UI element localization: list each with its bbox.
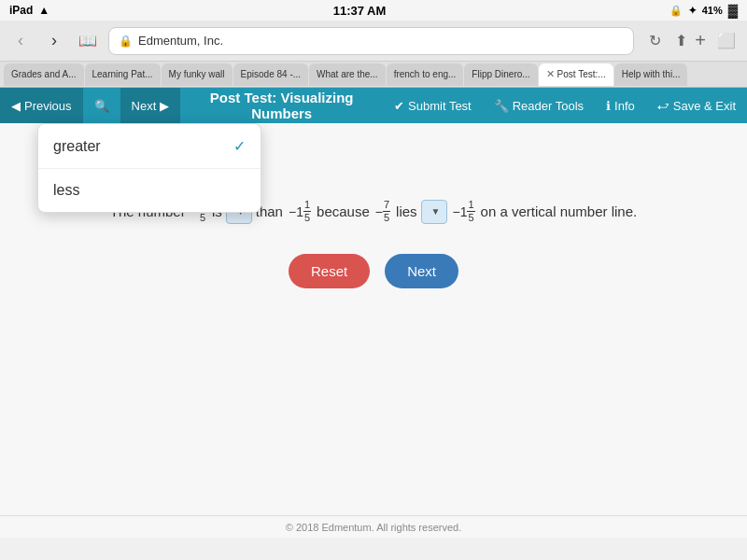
dropdown-item-less[interactable]: less: [38, 169, 261, 212]
submit-icon: ✔: [394, 99, 404, 113]
next-button-main[interactable]: Next: [385, 254, 458, 288]
number-3: −75: [375, 199, 390, 225]
reader-tools-label: Reader Tools: [513, 99, 584, 113]
device-label: iPad: [9, 4, 33, 17]
search-button[interactable]: 🔍: [83, 88, 120, 123]
less-option-label: less: [53, 182, 79, 199]
number-2: −115: [289, 199, 311, 225]
next-icon: ▶: [160, 99, 169, 113]
dropdown-2-arrow: ▼: [431, 203, 441, 221]
browser-toolbar: ‹ › 📖 🔒 Edmentum, Inc. ↻ ⬆ + ⬜: [0, 21, 747, 62]
info-button[interactable]: ℹ Info: [595, 88, 646, 123]
address-bar[interactable]: 🔒 Edmentum, Inc.: [108, 27, 634, 55]
next-button-toolbar[interactable]: Next ▶: [120, 88, 181, 123]
status-left: iPad ▲: [9, 4, 49, 17]
part5-text: lies: [396, 198, 417, 226]
tab-episode[interactable]: Episode 84 -...: [233, 63, 308, 86]
previous-label: Previous: [24, 99, 72, 113]
dropdown-2[interactable]: ▼: [421, 200, 447, 224]
submit-test-button[interactable]: ✔ Submit Test: [383, 88, 483, 123]
share-button[interactable]: ⬆: [675, 32, 687, 49]
bookmark-button[interactable]: 📖: [75, 28, 101, 54]
part4-text: because: [317, 198, 370, 226]
action-buttons: Reset Next: [289, 254, 458, 288]
reload-button[interactable]: ↻: [641, 28, 668, 54]
footer-text: © 2018 Edmentum. All rights reserved.: [286, 522, 461, 533]
tab-what-are[interactable]: What are the...: [309, 63, 386, 86]
search-icon: 🔍: [94, 99, 109, 113]
tab-post-test[interactable]: ✕ Post Test:...: [539, 63, 613, 86]
app-toolbar: ◀ Previous 🔍 Next ▶ Post Test: Visualizi…: [0, 88, 747, 123]
check-icon: ✓: [233, 137, 246, 155]
greater-option-label: greater: [53, 138, 101, 155]
tab-funky-wall[interactable]: My funky wall: [162, 63, 233, 86]
wrench-icon: 🔧: [494, 99, 509, 113]
next-label-toolbar: Next: [132, 99, 157, 113]
part6-text: on a vertical number line.: [481, 198, 638, 226]
battery-icon: ▓: [728, 3, 738, 18]
neg-sign-4: −1: [453, 199, 468, 225]
address-text: Edmentum, Inc.: [138, 34, 223, 48]
reset-button[interactable]: Reset: [289, 254, 370, 288]
info-label: Info: [614, 99, 635, 113]
save-exit-button[interactable]: ⮐ Save & Exit: [646, 88, 747, 123]
main-content: greater ✓ less 9 The number −75 is ▼ tha…: [0, 123, 747, 538]
time-display: 11:37 AM: [333, 4, 387, 18]
forward-button[interactable]: ›: [41, 28, 67, 54]
lock-icon: 🔒: [119, 35, 133, 48]
previous-button[interactable]: ◀ Previous: [0, 88, 83, 123]
reader-tools-button[interactable]: 🔧 Reader Tools: [483, 88, 595, 123]
tab-learning[interactable]: Learning Pat...: [85, 63, 161, 86]
lock-icon: 🔒: [669, 5, 683, 17]
tab-help[interactable]: Help with thi...: [614, 63, 688, 86]
dropdown-menu: greater ✓ less: [37, 123, 261, 213]
submit-label: Submit Test: [408, 99, 472, 113]
status-bar: iPad ▲ 11:37 AM 🔒 ✦ 41% ▓: [0, 0, 747, 21]
tab-flipp[interactable]: Flipp Dinero...: [464, 63, 537, 86]
save-icon: ⮐: [657, 99, 669, 113]
back-button[interactable]: ‹: [7, 28, 34, 54]
battery-level: 41%: [702, 5, 723, 16]
browser-tabs: Grades and A... Learning Pat... My funky…: [0, 62, 747, 88]
tabs-button[interactable]: ⬜: [713, 28, 740, 54]
status-right: 🔒 ✦ 41% ▓: [669, 3, 738, 18]
neg-sign-2: −1: [289, 199, 303, 225]
save-exit-label: Save & Exit: [673, 99, 736, 113]
wifi-icon: ▲: [38, 4, 49, 17]
prev-icon: ◀: [11, 99, 21, 113]
bluetooth-icon: ✦: [688, 5, 697, 17]
new-tab-button[interactable]: +: [695, 30, 706, 51]
number-4: −115: [453, 199, 475, 225]
footer: © 2018 Edmentum. All rights reserved.: [0, 515, 747, 538]
tab-french[interactable]: french to eng...: [387, 63, 464, 86]
info-icon: ℹ: [606, 99, 611, 113]
dropdown-item-greater[interactable]: greater ✓: [38, 124, 261, 169]
page-title: Post Test: Visualizing Numbers: [180, 90, 383, 121]
tab-close-icon[interactable]: ✕: [546, 68, 555, 80]
tab-grades[interactable]: Grades and A...: [4, 63, 84, 86]
neg-sign-3: −: [375, 199, 383, 225]
